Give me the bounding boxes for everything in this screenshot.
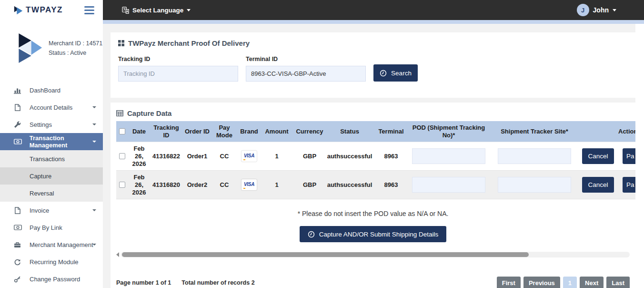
merchant-logo-icon — [14, 32, 43, 64]
clock-icon — [308, 231, 315, 238]
sidebar-item-label: Merchant Management — [30, 241, 93, 248]
sidebar: TWPAYZ Merchant ID : 14571 Status : Acti… — [0, 0, 103, 288]
chevron-down-icon — [92, 106, 96, 108]
language-label: Select Language — [132, 7, 183, 14]
col-currency: Currency — [292, 126, 328, 137]
refresh-icon — [14, 258, 23, 266]
chevron-down-icon — [613, 9, 616, 11]
pod-search-panel: TWPayz Merchant Proof Of Delivery Tracki… — [111, 32, 635, 98]
table-row: Feb 26, 2026 41316820 Order2 CC VISA 1 G… — [116, 171, 635, 199]
col-order-id: Order ID — [182, 126, 212, 137]
sidebar-item-merchant-management[interactable]: Merchant Management — [0, 236, 103, 253]
pod-input[interactable] — [412, 148, 485, 164]
capture-table: Date Tracking ID Order ID Pay Mode Brand… — [116, 121, 635, 199]
pod-input[interactable] — [412, 177, 485, 193]
row-checkbox[interactable] — [119, 182, 125, 188]
sidebar-item-change-password[interactable]: Change Password — [0, 270, 103, 288]
col-brand: Brand — [236, 126, 262, 137]
scrollbar-track[interactable] — [121, 252, 630, 257]
sidebar-item-dashboard[interactable]: DashBoard — [0, 82, 103, 99]
brand-triangle-icon — [13, 5, 24, 15]
partial-capture-button[interactable]: Pa — [623, 148, 635, 164]
sidebar-item-recurring-module[interactable]: Recurring Module — [0, 253, 103, 270]
sidebar-item-capture[interactable]: Capture — [0, 167, 103, 185]
cell-tracking-id: 41316822 — [151, 153, 182, 160]
cell-terminal: 8963 — [372, 153, 411, 160]
col-tracker-site: Shipment Tracker Site* — [487, 126, 582, 137]
pagination-page-1[interactable]: 1 — [563, 277, 577, 288]
sidebar-item-label: Invoice — [30, 207, 49, 214]
row-checkbox[interactable] — [119, 153, 125, 159]
pagination-first[interactable]: First — [497, 277, 521, 288]
pagination-previous[interactable]: Previous — [523, 277, 560, 288]
banknote-icon — [14, 139, 23, 144]
horizontal-scrollbar — [116, 252, 630, 257]
sidebar-item-invoice[interactable]: Invoice — [0, 202, 103, 219]
language-selector[interactable]: Select Language — [122, 7, 191, 14]
sidebar-item-label: Account Details — [30, 104, 72, 111]
banknote-icon — [14, 225, 23, 230]
tracking-id-input[interactable] — [118, 66, 238, 82]
briefcase-icon — [14, 242, 23, 248]
chevron-down-icon — [92, 123, 96, 125]
col-date: Date — [128, 126, 151, 137]
file-icon — [14, 207, 23, 214]
grid-icon — [118, 40, 124, 46]
merchant-info: Merchant ID : 14571 Status : Active — [14, 32, 102, 64]
col-pay-mode: Pay Mode — [212, 122, 236, 141]
sidebar-item-label: Change Password — [30, 276, 80, 283]
cell-order-id: Order2 — [182, 181, 212, 189]
page-info: Page number 1 of 1 — [116, 279, 171, 286]
terminal-id-input[interactable] — [246, 66, 366, 82]
sidebar-item-transactions[interactable]: Transactions — [0, 150, 103, 167]
hamburger-menu-icon[interactable] — [84, 6, 94, 14]
pagination: First Previous 1 Next Last — [497, 277, 630, 288]
records-info: Total number of records 2 — [181, 279, 254, 286]
translate-icon — [122, 7, 129, 14]
page-scrollbar-gutter[interactable] — [635, 24, 644, 288]
cell-order-id: Order1 — [182, 153, 212, 160]
visa-brand-badge: VISA — [242, 151, 257, 162]
pagination-last[interactable]: Last — [606, 277, 630, 288]
sidebar-item-label: Settings — [30, 121, 52, 128]
user-menu[interactable]: J John — [577, 4, 616, 16]
table-icon — [116, 110, 123, 116]
cell-amount: 1 — [262, 181, 292, 189]
col-status: Status — [328, 126, 372, 137]
tracker-site-input[interactable] — [498, 148, 571, 164]
col-amount: Amount — [262, 126, 292, 137]
app-root: TWPAYZ Merchant ID : 14571 Status : Acti… — [0, 0, 644, 288]
partial-capture-button[interactable]: Pa — [623, 177, 635, 193]
scrollbar-thumb[interactable] — [122, 252, 529, 257]
col-terminal: Terminal — [372, 126, 411, 137]
select-all-checkbox[interactable] — [119, 128, 125, 134]
pagination-next[interactable]: Next — [580, 277, 604, 288]
scroll-left-arrow-icon[interactable] — [116, 252, 119, 257]
sidebar-item-settings[interactable]: Settings — [0, 116, 103, 133]
table-header-row: Date Tracking ID Order ID Pay Mode Brand… — [116, 121, 635, 142]
wrench-icon — [14, 121, 23, 128]
sidebar-header: TWPAYZ — [0, 0, 103, 20]
sidebar-item-reversal[interactable]: Reversal — [0, 185, 103, 202]
capture-title: Capture Data — [116, 109, 630, 117]
cell-pay-mode: CC — [212, 153, 236, 160]
tracker-site-input[interactable] — [498, 177, 571, 193]
cancel-button[interactable]: Cancel — [582, 177, 614, 193]
sidebar-item-pay-by-link[interactable]: Pay By Link — [0, 219, 103, 236]
chart-icon — [14, 86, 23, 94]
chevron-down-icon — [187, 9, 191, 11]
tracking-id-label: Tracking ID — [118, 56, 238, 62]
cell-currency: GBP — [292, 181, 328, 189]
table-row: Feb 26, 2026 41316822 Order1 CC VISA 1 G… — [116, 142, 635, 171]
search-button[interactable]: Search — [373, 64, 418, 82]
sidebar-item-transaction-management[interactable]: Transaction Management — [0, 133, 103, 150]
transaction-submenu: Transactions Capture Reversal — [0, 150, 103, 202]
main-content: TWPayz Merchant Proof Of Delivery Tracki… — [103, 24, 635, 288]
key-icon — [14, 276, 23, 283]
sidebar-item-account-details[interactable]: Account Details — [0, 99, 103, 116]
cancel-button[interactable]: Cancel — [582, 148, 614, 164]
chevron-down-icon — [92, 209, 96, 211]
capture-submit-button[interactable]: Capture AND/OR Submit Shipping Details — [300, 226, 447, 242]
brand-logo[interactable]: TWPAYZ — [13, 5, 63, 15]
cell-currency: GBP — [292, 153, 328, 160]
